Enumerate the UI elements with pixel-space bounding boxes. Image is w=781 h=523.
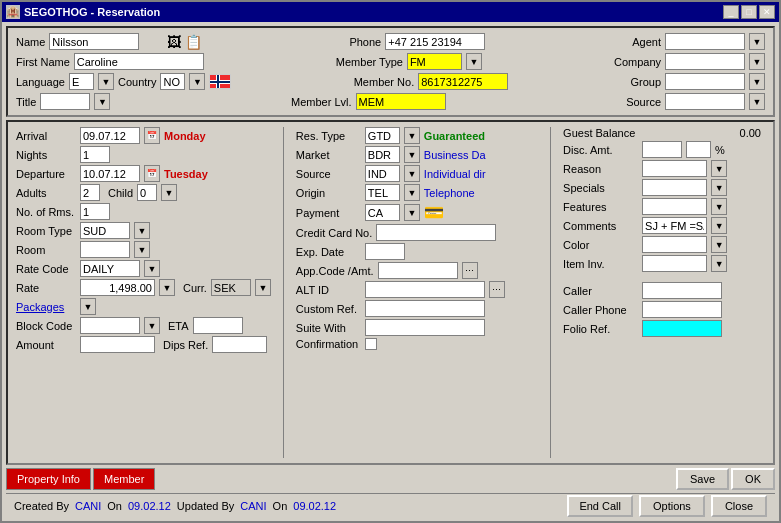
curr-input[interactable]: [211, 279, 251, 296]
rate-code-input[interactable]: [80, 260, 140, 277]
arrival-cal-button[interactable]: 📅: [144, 127, 160, 144]
caller-phone-input[interactable]: [642, 301, 722, 318]
language-input[interactable]: [69, 73, 94, 90]
maximize-button[interactable]: □: [741, 5, 757, 19]
title-dropdown[interactable]: ▼: [94, 93, 110, 110]
room-type-dropdown[interactable]: ▼: [134, 222, 150, 239]
reason-dropdown[interactable]: ▼: [711, 160, 727, 177]
nights-input[interactable]: [80, 146, 110, 163]
res-source-dropdown[interactable]: ▼: [404, 165, 420, 182]
packages-dropdown[interactable]: ▼: [80, 298, 96, 315]
firstname-input[interactable]: [74, 53, 204, 70]
close-button[interactable]: ✕: [759, 5, 775, 19]
disc-pct-input[interactable]: [686, 141, 711, 158]
child-dropdown[interactable]: ▼: [161, 184, 177, 201]
comments-dropdown[interactable]: ▼: [711, 217, 727, 234]
room-input[interactable]: [80, 241, 130, 258]
updated-by-value[interactable]: CANI: [240, 500, 266, 512]
app-code-input[interactable]: [378, 262, 458, 279]
app-code-btn[interactable]: ⋯: [462, 262, 478, 279]
market-input[interactable]: [365, 146, 400, 163]
disc-amt-input[interactable]: [642, 141, 682, 158]
country-input[interactable]: [160, 73, 185, 90]
title-input[interactable]: [40, 93, 90, 110]
source-dropdown[interactable]: ▼: [749, 93, 765, 110]
agent-dropdown[interactable]: ▼: [749, 33, 765, 50]
payment-input[interactable]: [365, 204, 400, 221]
rate-dropdown[interactable]: ▼: [159, 279, 175, 296]
member-no-input[interactable]: [418, 73, 508, 90]
created-by-value[interactable]: CANI: [75, 500, 101, 512]
credit-card-input[interactable]: [376, 224, 496, 241]
adults-input[interactable]: [80, 184, 100, 201]
origin-input[interactable]: [365, 184, 400, 201]
departure-input[interactable]: [80, 165, 140, 182]
item-inv-input[interactable]: [642, 255, 707, 272]
tab-property-info[interactable]: Property Info: [6, 468, 91, 490]
amount-input[interactable]: [80, 336, 155, 353]
agent-input[interactable]: [665, 33, 745, 50]
confirmation-checkbox[interactable]: [365, 338, 377, 350]
rate-input[interactable]: [80, 279, 155, 296]
block-code-input[interactable]: [80, 317, 140, 334]
updated-on-value[interactable]: 09.02.12: [293, 500, 336, 512]
member-type-input[interactable]: [407, 53, 462, 70]
company-input[interactable]: [665, 53, 745, 70]
color-dropdown[interactable]: ▼: [711, 236, 727, 253]
custom-ref-input[interactable]: [365, 300, 485, 317]
specials-dropdown[interactable]: ▼: [711, 179, 727, 196]
features-input[interactable]: [642, 198, 707, 215]
suite-with-input[interactable]: [365, 319, 485, 336]
room-dropdown[interactable]: ▼: [134, 241, 150, 258]
arrival-input[interactable]: [80, 127, 140, 144]
origin-dropdown[interactable]: ▼: [404, 184, 420, 201]
rate-code-dropdown[interactable]: ▼: [144, 260, 160, 277]
end-call-button[interactable]: End Call: [567, 495, 633, 517]
specials-input[interactable]: [642, 179, 707, 196]
phone-input[interactable]: [385, 33, 485, 50]
row-guest-balance: Guest Balance 0.00: [563, 127, 765, 139]
country-dropdown[interactable]: ▼: [189, 73, 205, 90]
name-input[interactable]: [49, 33, 139, 50]
res-type-dropdown[interactable]: ▼: [404, 127, 420, 144]
close-window-button[interactable]: Close: [711, 495, 767, 517]
row-market: Market ▼ Business Da: [296, 146, 538, 163]
member-no-label: Member No.: [354, 76, 415, 88]
dips-ref-input[interactable]: [212, 336, 267, 353]
created-on-value[interactable]: 09.02.12: [128, 500, 171, 512]
market-dropdown[interactable]: ▼: [404, 146, 420, 163]
alt-id-input[interactable]: [365, 281, 485, 298]
save-button[interactable]: Save: [676, 468, 729, 490]
exp-date-input[interactable]: [365, 243, 405, 260]
child-input[interactable]: [137, 184, 157, 201]
member-type-dropdown[interactable]: ▼: [466, 53, 482, 70]
group-input[interactable]: [665, 73, 745, 90]
row-name: Name 🖼 📋 Phone Agent ▼: [16, 33, 765, 50]
language-dropdown[interactable]: ▼: [98, 73, 114, 90]
comments-input[interactable]: [642, 217, 707, 234]
group-dropdown[interactable]: ▼: [749, 73, 765, 90]
res-type-input[interactable]: [365, 127, 400, 144]
alt-id-btn[interactable]: ⋯: [489, 281, 505, 298]
packages-button[interactable]: Packages: [16, 301, 76, 313]
minimize-button[interactable]: _: [723, 5, 739, 19]
departure-cal-button[interactable]: 📅: [144, 165, 160, 182]
color-input[interactable]: [642, 236, 707, 253]
company-dropdown[interactable]: ▼: [749, 53, 765, 70]
block-code-dropdown[interactable]: ▼: [144, 317, 160, 334]
room-type-input[interactable]: [80, 222, 130, 239]
item-inv-dropdown[interactable]: ▼: [711, 255, 727, 272]
payment-dropdown[interactable]: ▼: [404, 204, 420, 221]
no-rms-input[interactable]: [80, 203, 110, 220]
features-dropdown[interactable]: ▼: [711, 198, 727, 215]
ok-button[interactable]: OK: [731, 468, 775, 490]
res-source-input[interactable]: [365, 165, 400, 182]
reason-input[interactable]: [642, 160, 707, 177]
caller-input[interactable]: [642, 282, 722, 299]
curr-dropdown[interactable]: ▼: [255, 279, 271, 296]
eta-input[interactable]: [193, 317, 243, 334]
tab-member[interactable]: Member: [93, 468, 155, 490]
source-input[interactable]: [665, 93, 745, 110]
member-lvl-input[interactable]: [356, 93, 446, 110]
options-button[interactable]: Options: [639, 495, 705, 517]
